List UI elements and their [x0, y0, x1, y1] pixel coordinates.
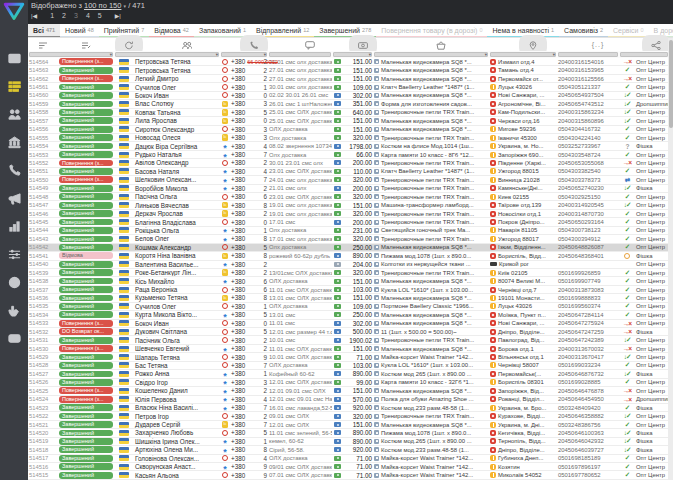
page-4[interactable]: 4: [86, 12, 90, 19]
statistics-icon[interactable]: [7, 220, 21, 233]
order-row[interactable]: 514538ЗавершенийКісь Михайло*+3806ОЛХ до…: [28, 277, 673, 285]
tracking-number: 20400315863234: [557, 109, 619, 116]
order-row[interactable]: 514522ЗавершенийПетров Ігор+380209.01 см…: [28, 412, 673, 420]
info-icon[interactable]: [7, 276, 21, 289]
order-row[interactable]: 514518ЗавершенийАртюхіна Олена Ми...*+38…: [28, 446, 673, 454]
column-filter[interactable]: ▾: [221, 52, 267, 57]
marketplace-source-icon: lc: [222, 134, 229, 141]
vertical-scrollbar[interactable]: [668, 38, 673, 480]
order-row[interactable]: 514541ВідмоваКоротя Ніна Іванівнаlc+3808…: [28, 252, 673, 260]
order-sum: 320.00: [343, 134, 373, 141]
order-row[interactable]: 514544ЗавершенийРокіцька Ольга*+3801Олх …: [28, 227, 673, 235]
column-header[interactable]: {..}: [567, 41, 629, 48]
order-row[interactable]: 514545ЗавершенийБлагінна Владіслава+3800…: [28, 218, 673, 226]
order-row[interactable]: 514556ЗавершенийСиротюк Олександр+3803ОЛ…: [28, 126, 673, 134]
order-comment: рожевий 60-62р дубль: [268, 252, 332, 259]
scrollbar-thumb[interactable]: [669, 40, 673, 128]
column-filter[interactable]: [558, 52, 618, 57]
order-row[interactable]: 514534ЗавершенийКурта Микола Вікто...*+3…: [28, 311, 673, 319]
tutorials-icon[interactable]: [7, 332, 21, 345]
order-row[interactable]: 514525Повернення (з...Кошеленко Данил*+3…: [28, 387, 673, 395]
column-filter[interactable]: [620, 52, 668, 57]
order-row[interactable]: 514561ЗавершенийСучилов Олег+380130.01 с…: [28, 83, 673, 91]
order-row[interactable]: 514519ЗавершенийШишкіна Ірина Олек...*+3…: [28, 438, 673, 446]
order-row[interactable]: 514546ЗавершенийДеркач Ярославlc+380219.…: [28, 210, 673, 218]
records-range-value[interactable]: 100 по 150: [84, 1, 121, 10]
column-filter[interactable]: ▾: [333, 52, 372, 57]
table-filter-row[interactable]: ▾▾▾▾▾▾: [28, 51, 673, 58]
order-row[interactable]: 514547ЗавершенийЛиньков Вячеславlc+38081…: [28, 201, 673, 209]
messages-count: 8: [256, 235, 268, 242]
order-row[interactable]: 514550Повернення (з...Шелковин Олексан..…: [28, 176, 673, 184]
order-row[interactable]: 514557ЗавершенийЛила Ярославlc+380025.01…: [28, 117, 673, 125]
column-filter[interactable]: ▾: [490, 52, 556, 57]
ukraine-flag-icon: [119, 244, 129, 250]
client-phone: +380: [230, 387, 256, 394]
clients-icon[interactable]: [7, 108, 21, 121]
app-logo[interactable]: [3, 2, 25, 21]
order-row[interactable]: 514523ЗавершенийВласюк Ніна Василі...*+3…: [28, 404, 673, 412]
page-3[interactable]: 3: [74, 12, 78, 19]
order-row[interactable]: 514532DO Возврат ок...Дукович Світлана+3…: [28, 328, 673, 336]
order-row[interactable]: 514559ЗавершенийВлас Слотюуlc+380326.01 …: [28, 100, 673, 108]
payment-icon: [334, 118, 341, 123]
company-icon[interactable]: [7, 136, 21, 149]
last-page-icon[interactable]: ▶|: [115, 12, 121, 19]
order-row[interactable]: 514549ЗавершенийВоробйов Микола*+380221.…: [28, 185, 673, 193]
order-id: 514538: [28, 277, 58, 284]
order-row[interactable]: 514527ЗавершенийРожко Анна*+3801Кофейный…: [28, 370, 673, 378]
order-row[interactable]: 514530Повернення (з...Шевченко Евгений*+…: [28, 345, 673, 353]
order-row[interactable]: 514529ЗавершенийШапарь Тетяна+380910.01 …: [28, 353, 673, 361]
order-row[interactable]: 514558ЗавершенийКовпак Татьянаlc+380525.…: [28, 109, 673, 117]
order-row[interactable]: 514548ЗавершенийПасічна Ольга+380623.01 …: [28, 193, 673, 201]
column-filter[interactable]: ▾: [115, 52, 219, 57]
order-row[interactable]: 514542ЗавершенийКошмак Александр+3805Олх…: [28, 244, 673, 252]
page-2[interactable]: 2: [62, 12, 66, 19]
column-filter[interactable]: [269, 52, 331, 57]
order-row[interactable]: 514553ЗавершенийРудько Наталья*+3807Олх …: [28, 151, 673, 159]
order-row[interactable]: 514562Повернення (з...Легкий Дмитро+3802…: [28, 75, 673, 83]
order-row[interactable]: 514539ЗавершенийРоке-Бетанкурт Лін...lc+…: [28, 269, 673, 277]
range-caret-icon[interactable]: ▾: [124, 3, 127, 9]
order-row[interactable]: 514533Повернення (з...Бокоч Иван+380011.…: [28, 320, 673, 328]
first-page-icon[interactable]: |◀: [31, 12, 37, 19]
order-row[interactable]: 514528ЗавершенийБас Тетяна+3807ОЛХ доста…: [28, 362, 673, 370]
column-filter[interactable]: ▾: [29, 52, 113, 57]
order-row[interactable]: 514540ЗавершенийВалентина Василье...*+38…: [28, 261, 673, 269]
order-row[interactable]: 514531ЗавершенийПасічник Ольга+380210.01…: [28, 336, 673, 344]
support-icon[interactable]: [7, 304, 21, 317]
page-1[interactable]: 1: [50, 12, 54, 19]
order-row[interactable]: 514564Повернення (з...Петровська Тетяна+…: [28, 58, 673, 66]
order-sum: 920.00: [343, 404, 373, 411]
marketing-icon[interactable]: [7, 192, 21, 205]
calls-icon[interactable]: [7, 164, 21, 177]
order-row[interactable]: 514554ЗавершенийДацюк Віра Сергіївна*+38…: [28, 142, 673, 150]
order-row[interactable]: 514535ЗавершенийСучилов Олег+3801ОЛХ дос…: [28, 303, 673, 311]
order-row[interactable]: 514551ЗавершенийБасова Наталя*+380423.01…: [28, 168, 673, 176]
order-row[interactable]: 514515ЗавершенийКасьян Альона+380907.01 …: [28, 471, 673, 479]
order-row[interactable]: 514520ЗавершенийЗахарченко Любовь+380511…: [28, 429, 673, 437]
orders-icon[interactable]: [7, 80, 21, 93]
order-row[interactable]: 514517ЗавершенийГоловінова Олексан...+38…: [28, 455, 673, 463]
order-row[interactable]: 514536ЗавершенийКузьменко Тетянаlc+38081…: [28, 294, 673, 302]
page-5[interactable]: 5: [98, 12, 102, 19]
order-row[interactable]: 514526ЗавершенийСвідро Ігор*+380312.01 с…: [28, 379, 673, 387]
order-row[interactable]: 514563ЗавершенийПетровська Тетяна+380227…: [28, 66, 673, 74]
order-row[interactable]: 514552Повернення (з...Авілов Олександр+3…: [28, 159, 673, 167]
records-range[interactable]: Відображено з 100 по 150 ▾ / 471: [31, 1, 145, 10]
order-sum: 200.00: [343, 159, 373, 166]
order-row[interactable]: 514521ЗавершенийДударев Сергійlc+380712.…: [28, 421, 673, 429]
order-row[interactable]: 514524Повернення (з...Юлія Первова*+3804…: [28, 396, 673, 404]
dashboard-icon[interactable]: [7, 52, 21, 65]
messages-count: 2: [256, 336, 268, 343]
column-filter[interactable]: ▾: [374, 52, 488, 57]
settings-icon[interactable]: [7, 248, 21, 261]
status-badge: Повернення (з...: [59, 345, 113, 352]
payment-icon: [334, 388, 341, 393]
order-row[interactable]: 514537ЗавершенийРаца Вероніка+380611.01 …: [28, 286, 673, 294]
client-name: Бокоч Иван: [134, 92, 220, 99]
order-row[interactable]: 514555ЗавершенийНовосад Олесяlc+3803Олх …: [28, 134, 673, 142]
order-row[interactable]: 514516ЗавершенийСкворунская Анаст...*+38…: [28, 463, 673, 471]
order-row[interactable]: 514543ЗавершенийБелов Олег*+380817.01 см…: [28, 235, 673, 243]
order-row[interactable]: 514560ЗавершенийБокоч Иван+380002.02 30.…: [28, 92, 673, 100]
